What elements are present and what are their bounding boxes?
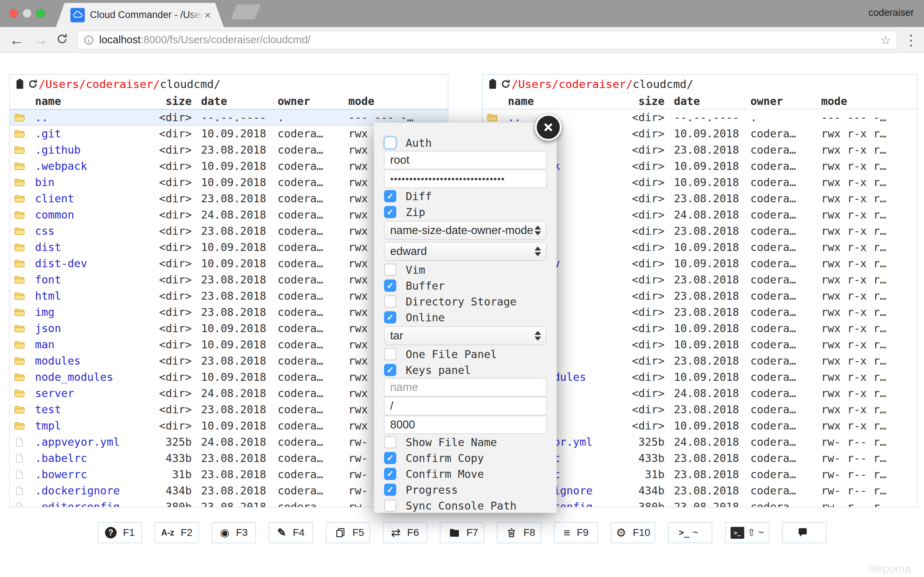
fn-button[interactable]: A-z >_ F2 xyxy=(155,522,199,543)
checkbox[interactable]: ✓ xyxy=(384,264,396,276)
refresh-icon[interactable] xyxy=(500,78,512,90)
file-name-link[interactable]: client xyxy=(31,192,146,205)
checkbox[interactable]: ✓ xyxy=(384,484,396,496)
fn-button[interactable]: >_ F5 xyxy=(326,522,370,543)
refresh-icon[interactable] xyxy=(27,78,39,90)
browser-menu-icon[interactable]: ⋮ xyxy=(904,32,918,48)
minimize-window-button[interactable] xyxy=(23,9,31,18)
checkbox[interactable]: ✓ xyxy=(384,500,396,512)
path-parent-link[interactable]: /Users/coderaiser/ xyxy=(39,77,160,90)
header-size[interactable]: size xyxy=(619,95,664,108)
file-name-link[interactable]: tmpl xyxy=(31,419,146,432)
checkbox[interactable]: ✓ xyxy=(384,436,396,448)
file-size: <dir> xyxy=(619,160,664,172)
header-size[interactable]: size xyxy=(146,95,192,108)
file-name-link[interactable]: .. xyxy=(504,111,619,124)
header-date[interactable]: date xyxy=(192,95,268,108)
file-name-link[interactable]: css xyxy=(31,225,146,237)
file-name-link[interactable]: .webpack xyxy=(31,160,146,172)
fn-button[interactable]: >_ xyxy=(782,522,826,543)
fn-button[interactable]: >_ >_ ~ xyxy=(668,522,712,543)
text-input[interactable]: 8000 xyxy=(384,416,546,434)
file-size: 325b xyxy=(146,436,192,448)
close-window-button[interactable] xyxy=(10,9,18,18)
file-name-link[interactable]: server xyxy=(31,387,146,400)
select[interactable]: tar xyxy=(384,326,546,345)
config-option: ✓ •••••••••••••••••••••••••••••• •••••••… xyxy=(384,169,546,188)
option-label: Sync Console Path xyxy=(406,500,517,512)
file-name-link[interactable]: bin xyxy=(31,176,146,189)
file-name-link[interactable]: img xyxy=(31,306,146,318)
path-parent-link[interactable]: /Users/coderaiser/ xyxy=(512,77,633,90)
reload-icon[interactable] xyxy=(56,32,69,48)
checkbox[interactable]: ✓ xyxy=(384,295,396,308)
file-name-link[interactable]: .editorconfig xyxy=(31,501,146,508)
file-name-link[interactable]: .dockerignore xyxy=(31,484,146,497)
checkbox[interactable]: ✓ xyxy=(384,364,396,376)
address-bar[interactable]: localhost:8000/fs/Users/coderaiser/cloud… xyxy=(77,31,897,49)
fn-button[interactable]: ? >_ F1 xyxy=(98,522,142,543)
file-name-link[interactable]: test xyxy=(31,403,146,416)
text-input[interactable]: root xyxy=(384,151,546,169)
header-name[interactable]: name xyxy=(504,95,619,108)
fn-button[interactable]: >_ F8 xyxy=(497,522,541,543)
file-name-link[interactable]: font xyxy=(31,273,146,286)
fn-button[interactable]: >_ F7 xyxy=(440,522,484,543)
select-stepper-icon xyxy=(535,226,541,235)
checkbox[interactable]: ✓ xyxy=(384,468,396,480)
select[interactable]: name-size-date-owner-mode xyxy=(384,221,546,240)
file-name-link[interactable]: .git xyxy=(31,127,146,140)
file-name-link[interactable]: .bowerrc xyxy=(31,468,146,481)
file-name-link[interactable]: common xyxy=(31,208,146,221)
close-icon[interactable] xyxy=(535,114,562,141)
checkbox[interactable]: ✓ xyxy=(384,279,396,292)
file-name-link[interactable]: json xyxy=(31,322,146,335)
select[interactable]: edward xyxy=(384,242,546,261)
fn-button[interactable]: ◉ >_ F3 xyxy=(212,522,256,543)
header-owner[interactable]: owner xyxy=(741,95,812,108)
file-size: <dir> xyxy=(146,143,192,156)
header-date[interactable]: date xyxy=(664,95,741,108)
file-name-link[interactable]: modules xyxy=(31,355,146,367)
header-owner[interactable]: owner xyxy=(268,95,339,108)
text-input[interactable]: / xyxy=(384,397,546,415)
file-name-link[interactable]: html xyxy=(31,290,146,302)
checkbox[interactable]: ✓ xyxy=(384,452,396,464)
file-name-link[interactable]: dist xyxy=(31,241,146,253)
window-controls[interactable] xyxy=(10,9,45,18)
fn-button[interactable]: ≡ >_ F9 xyxy=(554,522,598,543)
checkbox[interactable]: ✓ xyxy=(384,348,396,360)
file-name-link[interactable]: man xyxy=(31,338,146,351)
fn-button[interactable]: ⚙ >_ F10 xyxy=(611,522,655,543)
fn-button[interactable]: >_ ⇧ ~ xyxy=(725,522,769,543)
back-icon[interactable]: ← xyxy=(10,33,24,47)
text-input[interactable]: •••••••••••••••••••••••••••••• xyxy=(384,170,546,188)
checkbox[interactable]: ✓ xyxy=(384,190,396,202)
checkbox[interactable]: ✓ xyxy=(384,311,396,324)
clipboard-icon[interactable] xyxy=(14,78,26,90)
check-icon: ✓ xyxy=(386,469,394,478)
button-glyph2-icon: ~ xyxy=(693,527,698,538)
header-mode[interactable]: mode xyxy=(812,95,917,108)
header-mode[interactable]: mode xyxy=(339,95,448,108)
fn-button[interactable]: ⇄ >_ F6 xyxy=(383,522,427,543)
file-name-link[interactable]: dist-dev xyxy=(31,257,146,270)
file-name-link[interactable]: node_modules xyxy=(31,371,146,384)
header-name[interactable]: name xyxy=(31,95,146,108)
text-input[interactable]: name xyxy=(384,378,546,396)
fn-button[interactable]: ✎ >_ F4 xyxy=(269,522,313,543)
bookmark-star-icon[interactable]: ☆ xyxy=(880,33,891,47)
tab-close-icon[interactable]: × xyxy=(204,10,211,21)
config-option: ✓ Zip xyxy=(384,204,546,220)
new-tab-button[interactable] xyxy=(231,4,261,19)
page-info-icon[interactable] xyxy=(83,35,94,45)
clipboard-icon[interactable] xyxy=(487,78,498,90)
checkbox[interactable]: ✓ xyxy=(384,206,396,218)
zoom-window-button[interactable] xyxy=(36,9,45,18)
file-name-link[interactable]: .babelrc xyxy=(31,452,146,464)
browser-tab[interactable]: Cloud Commander - /Users/co × xyxy=(56,3,224,27)
file-name-link[interactable]: .github xyxy=(31,143,146,156)
file-name-link[interactable]: .. xyxy=(31,111,146,124)
checkbox[interactable]: ✓ xyxy=(384,137,396,149)
file-name-link[interactable]: .appveyor.yml xyxy=(31,436,146,448)
